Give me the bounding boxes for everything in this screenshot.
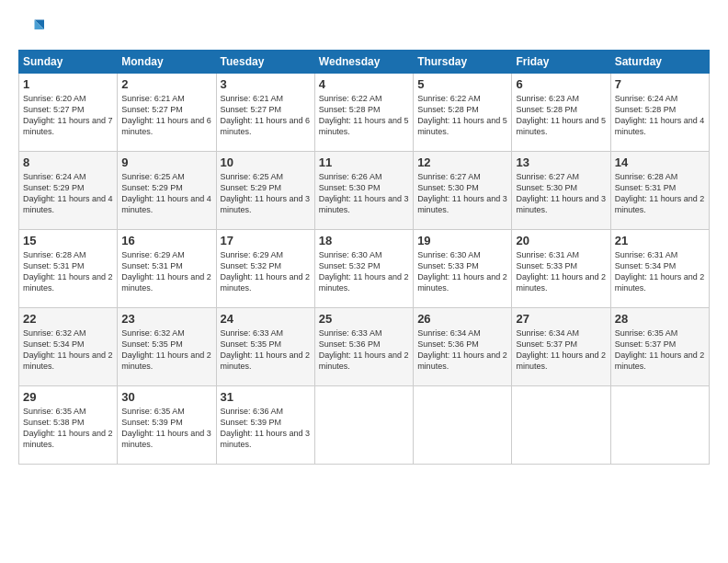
cell-info: Sunrise: 6:20 AMSunset: 5:27 PMDaylight:…: [23, 94, 113, 136]
cell-info: Sunrise: 6:28 AMSunset: 5:31 PMDaylight:…: [23, 250, 113, 293]
cell-info: Sunrise: 6:34 AMSunset: 5:36 PMDaylight:…: [417, 328, 507, 371]
week-row-3: 15 Sunrise: 6:28 AMSunset: 5:31 PMDaylig…: [19, 230, 710, 308]
logo-icon: [18, 17, 44, 42]
day-number: 28: [615, 312, 705, 326]
cell-info: Sunrise: 6:31 AMSunset: 5:34 PMDaylight:…: [615, 250, 705, 293]
calendar-cell: 13 Sunrise: 6:27 AMSunset: 5:30 PMDaylig…: [512, 152, 610, 230]
calendar-cell: 9 Sunrise: 6:25 AMSunset: 5:29 PMDayligh…: [118, 152, 216, 230]
weekday-header-monday: Monday: [118, 51, 216, 74]
calendar-cell: 17 Sunrise: 6:29 AMSunset: 5:32 PMDaylig…: [216, 230, 314, 308]
cell-info: Sunrise: 6:32 AMSunset: 5:35 PMDaylight:…: [121, 328, 211, 371]
calendar-cell: 24 Sunrise: 6:33 AMSunset: 5:35 PMDaylig…: [216, 308, 314, 386]
calendar-cell: 22 Sunrise: 6:32 AMSunset: 5:34 PMDaylig…: [19, 308, 118, 386]
day-number: 4: [319, 77, 409, 91]
day-number: 15: [23, 234, 113, 247]
calendar-cell: 28 Sunrise: 6:35 AMSunset: 5:37 PMDaylig…: [610, 308, 709, 386]
calendar-cell: 20 Sunrise: 6:31 AMSunset: 5:33 PMDaylig…: [512, 230, 610, 308]
cell-info: Sunrise: 6:21 AMSunset: 5:27 PMDaylight:…: [221, 94, 311, 136]
calendar-cell: [610, 386, 709, 465]
cell-info: Sunrise: 6:21 AMSunset: 5:27 PMDaylight:…: [121, 94, 211, 136]
calendar-cell: 29 Sunrise: 6:35 AMSunset: 5:38 PMDaylig…: [19, 386, 118, 465]
calendar-cell: 18 Sunrise: 6:30 AMSunset: 5:32 PMDaylig…: [314, 230, 413, 308]
cell-info: Sunrise: 6:27 AMSunset: 5:30 PMDaylight:…: [417, 172, 507, 214]
day-number: 16: [121, 234, 211, 247]
day-number: 22: [23, 312, 113, 326]
cell-info: Sunrise: 6:36 AMSunset: 5:39 PMDaylight:…: [221, 407, 311, 449]
calendar-cell: 5 Sunrise: 6:22 AMSunset: 5:28 PMDayligh…: [414, 74, 512, 152]
calendar-cell: 8 Sunrise: 6:24 AMSunset: 5:29 PMDayligh…: [19, 152, 118, 230]
weekday-header-tuesday: Tuesday: [216, 51, 314, 74]
calendar-cell: 21 Sunrise: 6:31 AMSunset: 5:34 PMDaylig…: [610, 230, 709, 308]
cell-info: Sunrise: 6:33 AMSunset: 5:36 PMDaylight:…: [319, 328, 409, 371]
calendar-cell: 14 Sunrise: 6:28 AMSunset: 5:31 PMDaylig…: [610, 152, 709, 230]
week-row-1: 1 Sunrise: 6:20 AMSunset: 5:27 PMDayligh…: [19, 74, 710, 152]
day-number: 25: [319, 312, 409, 326]
day-number: 21: [615, 234, 705, 247]
calendar-cell: 15 Sunrise: 6:28 AMSunset: 5:31 PMDaylig…: [19, 230, 118, 308]
day-number: 8: [23, 155, 113, 169]
calendar-cell: 11 Sunrise: 6:26 AMSunset: 5:30 PMDaylig…: [314, 152, 413, 230]
calendar-cell: 6 Sunrise: 6:23 AMSunset: 5:28 PMDayligh…: [512, 74, 610, 152]
weekday-header-wednesday: Wednesday: [314, 51, 413, 74]
cell-info: Sunrise: 6:34 AMSunset: 5:37 PMDaylight:…: [516, 328, 606, 371]
calendar-cell: 25 Sunrise: 6:33 AMSunset: 5:36 PMDaylig…: [314, 308, 413, 386]
calendar-cell: 26 Sunrise: 6:34 AMSunset: 5:36 PMDaylig…: [414, 308, 512, 386]
calendar-cell: 23 Sunrise: 6:32 AMSunset: 5:35 PMDaylig…: [118, 308, 216, 386]
cell-info: Sunrise: 6:23 AMSunset: 5:28 PMDaylight:…: [516, 94, 606, 136]
day-number: 29: [23, 390, 113, 404]
calendar-cell: 4 Sunrise: 6:22 AMSunset: 5:28 PMDayligh…: [314, 74, 413, 152]
weekday-header-row: SundayMondayTuesdayWednesdayThursdayFrid…: [19, 51, 710, 74]
day-number: 11: [319, 155, 409, 169]
week-row-4: 22 Sunrise: 6:32 AMSunset: 5:34 PMDaylig…: [19, 308, 710, 386]
cell-info: Sunrise: 6:32 AMSunset: 5:34 PMDaylight:…: [23, 328, 113, 371]
day-number: 10: [221, 155, 311, 169]
cell-info: Sunrise: 6:33 AMSunset: 5:35 PMDaylight:…: [221, 328, 311, 371]
day-number: 17: [221, 234, 311, 247]
week-row-5: 29 Sunrise: 6:35 AMSunset: 5:38 PMDaylig…: [19, 386, 710, 465]
calendar-cell: [314, 386, 413, 465]
day-number: 5: [417, 77, 507, 91]
day-number: 24: [221, 312, 311, 326]
day-number: 26: [417, 312, 507, 326]
calendar-cell: 7 Sunrise: 6:24 AMSunset: 5:28 PMDayligh…: [610, 74, 709, 152]
calendar-cell: 19 Sunrise: 6:30 AMSunset: 5:33 PMDaylig…: [414, 230, 512, 308]
cell-info: Sunrise: 6:22 AMSunset: 5:28 PMDaylight:…: [417, 94, 507, 136]
calendar: SundayMondayTuesdayWednesdayThursdayFrid…: [18, 50, 710, 465]
calendar-cell: [512, 386, 610, 465]
cell-info: Sunrise: 6:29 AMSunset: 5:32 PMDaylight:…: [221, 250, 311, 293]
calendar-cell: 1 Sunrise: 6:20 AMSunset: 5:27 PMDayligh…: [19, 74, 118, 152]
calendar-cell: 30 Sunrise: 6:35 AMSunset: 5:39 PMDaylig…: [118, 386, 216, 465]
cell-info: Sunrise: 6:27 AMSunset: 5:30 PMDaylight:…: [516, 172, 606, 214]
weekday-header-sunday: Sunday: [19, 51, 118, 74]
day-number: 1: [23, 77, 113, 91]
day-number: 30: [121, 390, 211, 404]
cell-info: Sunrise: 6:24 AMSunset: 5:29 PMDaylight:…: [23, 172, 113, 214]
calendar-cell: 12 Sunrise: 6:27 AMSunset: 5:30 PMDaylig…: [414, 152, 512, 230]
weekday-header-friday: Friday: [512, 51, 610, 74]
cell-info: Sunrise: 6:24 AMSunset: 5:28 PMDaylight:…: [615, 94, 705, 136]
day-number: 23: [121, 312, 211, 326]
weekday-header-thursday: Thursday: [414, 51, 512, 74]
day-number: 18: [319, 234, 409, 247]
calendar-cell: 3 Sunrise: 6:21 AMSunset: 5:27 PMDayligh…: [216, 74, 314, 152]
cell-info: Sunrise: 6:31 AMSunset: 5:33 PMDaylight:…: [516, 250, 606, 293]
calendar-cell: 27 Sunrise: 6:34 AMSunset: 5:37 PMDaylig…: [512, 308, 610, 386]
cell-info: Sunrise: 6:22 AMSunset: 5:28 PMDaylight:…: [319, 94, 409, 136]
day-number: 14: [615, 155, 705, 169]
calendar-cell: [414, 386, 512, 465]
logo: [18, 17, 48, 42]
cell-info: Sunrise: 6:35 AMSunset: 5:38 PMDaylight:…: [23, 407, 113, 449]
cell-info: Sunrise: 6:30 AMSunset: 5:32 PMDaylight:…: [319, 250, 409, 293]
cell-info: Sunrise: 6:30 AMSunset: 5:33 PMDaylight:…: [417, 250, 507, 293]
day-number: 7: [615, 77, 705, 91]
cell-info: Sunrise: 6:25 AMSunset: 5:29 PMDaylight:…: [121, 172, 211, 214]
cell-info: Sunrise: 6:28 AMSunset: 5:31 PMDaylight:…: [615, 172, 705, 214]
day-number: 3: [221, 77, 311, 91]
day-number: 27: [516, 312, 606, 326]
day-number: 2: [121, 77, 211, 91]
week-row-2: 8 Sunrise: 6:24 AMSunset: 5:29 PMDayligh…: [19, 152, 710, 230]
header-area: [18, 17, 710, 42]
cell-info: Sunrise: 6:25 AMSunset: 5:29 PMDaylight:…: [221, 172, 311, 214]
calendar-cell: 2 Sunrise: 6:21 AMSunset: 5:27 PMDayligh…: [118, 74, 216, 152]
calendar-cell: 10 Sunrise: 6:25 AMSunset: 5:29 PMDaylig…: [216, 152, 314, 230]
